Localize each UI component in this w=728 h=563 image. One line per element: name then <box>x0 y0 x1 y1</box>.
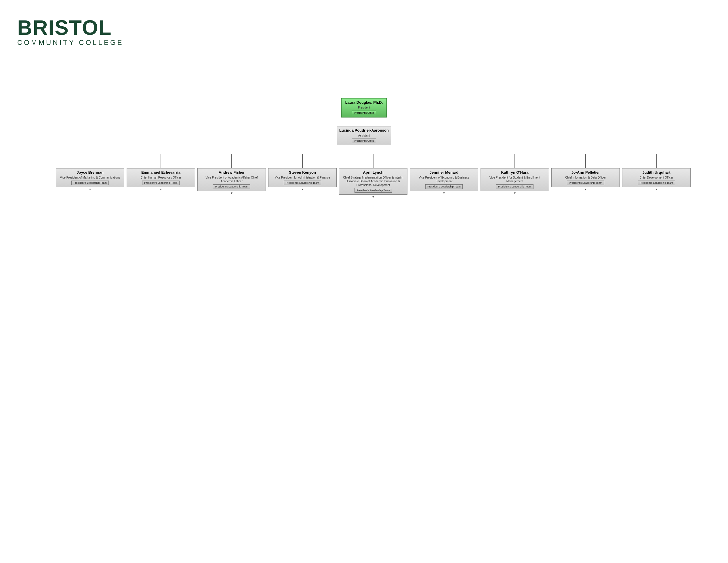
child-title-0: Vice President of Marketing & Communicat… <box>58 176 122 179</box>
child-col-7: Jo-Ann Pelletier Chief Information & Dat… <box>551 168 620 198</box>
child-title-2: Vice President of Academic Affairs/ Chie… <box>200 176 263 183</box>
expand-1[interactable]: ▼ <box>159 188 162 191</box>
child-col-5: Jennifer Menard Vice President of Econom… <box>410 168 478 198</box>
expand-8[interactable]: ▼ <box>655 188 658 191</box>
child-badge-0: President's Leadership Team <box>71 180 109 185</box>
child-title-3: Vice President for Administration & Fina… <box>271 176 334 179</box>
child-col-1: Emmanuel Echevarria Chief Human Resource… <box>127 168 195 198</box>
child-col-3: Steven Kenyon Vice President for Adminis… <box>268 168 337 198</box>
logo-subtitle: COMMUNITY COLLEGE <box>17 39 124 47</box>
child-badge-8: President's Leadership Team <box>638 180 675 185</box>
child-title-4: Chief Strategy Implementation Officer & … <box>342 176 405 187</box>
assistant-title: Assistant <box>339 134 389 137</box>
child-col-0: Joyce Brennan Vice President of Marketin… <box>56 168 124 198</box>
child-title-1: Chief Human Resources Officer <box>129 176 193 179</box>
child-node-2[interactable]: Andrew Fisher Vice President of Academic… <box>197 168 266 191</box>
president-level: Laura Douglas, Ph.D. President President… <box>341 98 387 117</box>
child-node-3[interactable]: Steven Kenyon Vice President for Adminis… <box>268 168 337 187</box>
logo-title: BRISTOL <box>17 17 124 38</box>
child-name-7: Jo-Ann Pelletier <box>554 170 617 175</box>
child-node-6[interactable]: Kathryn O'Hara Vice President for Studen… <box>481 168 549 191</box>
child-name-4: April Lynch <box>342 170 405 175</box>
child-title-5: Vice President of Economic & Business De… <box>412 176 476 183</box>
president-title: President <box>344 106 384 109</box>
logo: BRISTOL COMMUNITY COLLEGE <box>17 17 124 47</box>
connector-svg <box>47 154 681 168</box>
child-title-6: Vice President for Student & Enrollment … <box>483 176 546 183</box>
children-connector-area: Joyce Brennan Vice President of Marketin… <box>47 154 681 198</box>
children-row: Joyce Brennan Vice President of Marketin… <box>47 168 681 198</box>
vline-2 <box>364 145 364 154</box>
child-title-8: Chief Development Officer <box>625 176 688 179</box>
child-col-2: Andrew Fisher Vice President of Academic… <box>197 168 266 198</box>
expand-6[interactable]: ▼ <box>513 191 516 195</box>
expand-2[interactable]: ▼ <box>230 191 233 195</box>
assistant-level: Lucinda Poudrier-Aaronson Assistant Pres… <box>337 126 391 145</box>
child-name-0: Joyce Brennan <box>58 170 122 175</box>
expand-5[interactable]: ▼ <box>443 191 445 195</box>
child-badge-6: President's Leadership Team <box>496 184 533 189</box>
president-badge: President's Office <box>352 111 376 115</box>
president-name: Laura Douglas, Ph.D. <box>344 100 384 105</box>
child-badge-2: President's Leadership Team <box>213 184 250 189</box>
child-node-8[interactable]: Judith Urquhart Chief Development Office… <box>622 168 691 187</box>
child-col-8: Judith Urquhart Chief Development Office… <box>622 168 691 198</box>
child-name-2: Andrew Fisher <box>200 170 263 175</box>
child-badge-7: President's Leadership Team <box>567 180 604 185</box>
child-name-3: Steven Kenyon <box>271 170 334 175</box>
child-node-5[interactable]: Jennifer Menard Vice President of Econom… <box>410 168 478 191</box>
child-col-6: Kathryn O'Hara Vice President for Studen… <box>481 168 549 198</box>
assistant-node[interactable]: Lucinda Poudrier-Aaronson Assistant Pres… <box>337 126 391 145</box>
assistant-name: Lucinda Poudrier-Aaronson <box>339 128 389 133</box>
assistant-badge: President's Office <box>352 138 376 143</box>
child-node-4[interactable]: April Lynch Chief Strategy Implementatio… <box>339 168 407 195</box>
expand-7[interactable]: ▼ <box>584 188 587 191</box>
expand-3[interactable]: ▼ <box>301 188 304 191</box>
child-badge-4: President's Leadership Team <box>355 188 392 193</box>
expand-4[interactable]: ▼ <box>372 195 375 198</box>
child-col-4: April Lynch Chief Strategy Implementatio… <box>339 168 407 198</box>
child-node-0[interactable]: Joyce Brennan Vice President of Marketin… <box>56 168 124 187</box>
expand-0[interactable]: ▼ <box>89 188 92 191</box>
child-title-7: Chief Information & Data Officer <box>554 176 617 179</box>
child-badge-3: President's Leadership Team <box>284 180 321 185</box>
vline-1 <box>364 117 364 126</box>
child-name-8: Judith Urquhart <box>625 170 688 175</box>
child-badge-5: President's Leadership Team <box>425 184 463 189</box>
child-node-1[interactable]: Emmanuel Echevarria Chief Human Resource… <box>127 168 195 187</box>
child-name-1: Emmanuel Echevarria <box>129 170 193 175</box>
president-node[interactable]: Laura Douglas, Ph.D. President President… <box>341 98 387 117</box>
child-name-6: Kathryn O'Hara <box>483 170 546 175</box>
child-name-5: Jennifer Menard <box>412 170 476 175</box>
org-chart: Laura Douglas, Ph.D. President President… <box>0 98 728 198</box>
child-badge-1: President's Leadership Team <box>142 180 180 185</box>
child-node-7[interactable]: Jo-Ann Pelletier Chief Information & Dat… <box>551 168 620 187</box>
